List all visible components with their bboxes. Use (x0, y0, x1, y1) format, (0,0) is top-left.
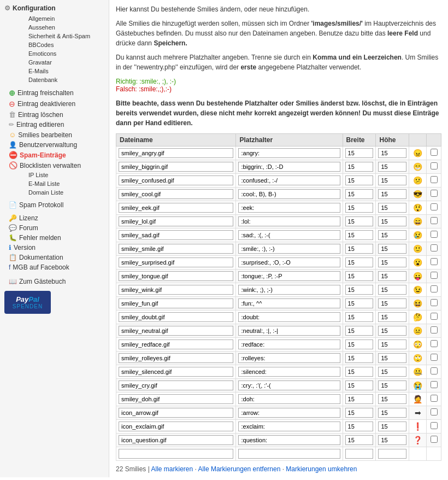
height-input-7[interactable] (378, 244, 406, 254)
sidebar-item-email-liste[interactable]: E-Mail Liste (20, 179, 104, 188)
markierungen-umkehren-link[interactable]: Markierungen umkehren (286, 465, 357, 473)
height-input-18[interactable] (378, 394, 406, 404)
width-input-16[interactable] (345, 367, 374, 377)
markierungen-entfernen-link[interactable]: Alle Markierungen entfernen (198, 465, 281, 473)
height-input-3[interactable] (378, 189, 406, 199)
width-input-6[interactable] (345, 230, 374, 240)
filename-input-7[interactable] (119, 244, 233, 254)
row-checkbox-0[interactable] (431, 149, 438, 156)
filename-input-6[interactable] (119, 230, 233, 240)
filename-input-19[interactable] (119, 408, 233, 418)
sidebar-item-ip-liste[interactable]: IP Liste (20, 171, 104, 179)
spam-eintraege-action[interactable]: ⛔ Spam-Einträge (4, 150, 104, 160)
filename-input-9[interactable] (119, 271, 233, 281)
height-input-20[interactable] (378, 422, 406, 431)
filename-input-2[interactable] (119, 175, 233, 185)
row-checkbox-15[interactable] (431, 354, 438, 361)
width-input-10[interactable] (345, 285, 374, 295)
height-input-6[interactable] (378, 230, 406, 240)
height-input-11[interactable] (378, 298, 406, 308)
blocklisten-verwalten-action[interactable]: 🚫 Blocklisten verwalten (4, 160, 104, 171)
filename-input-13[interactable] (119, 326, 233, 336)
row-checkbox-11[interactable] (431, 299, 438, 306)
new-width-input[interactable] (345, 449, 374, 459)
height-input-13[interactable] (378, 326, 406, 336)
row-checkbox-19[interactable] (431, 408, 438, 415)
version-action[interactable]: ℹ Version (4, 243, 104, 253)
width-input-1[interactable] (345, 162, 374, 172)
eintrag-deaktivieren-action[interactable]: ⊖ Eintrag deaktivieren (4, 98, 104, 109)
width-input-12[interactable] (345, 312, 374, 322)
height-input-17[interactable] (378, 381, 406, 390)
spam-protokoll-action[interactable]: 📄 Spam Protokoll (4, 200, 104, 210)
lizenz-action[interactable]: 🔑 Lizenz (4, 213, 104, 223)
filename-input-17[interactable] (119, 381, 233, 390)
sidebar-item-aussehen[interactable]: Aussehen (20, 23, 104, 32)
row-checkbox-18[interactable] (431, 395, 438, 402)
height-input-1[interactable] (378, 162, 406, 172)
width-input-2[interactable] (345, 175, 374, 185)
sidebar-item-gravatar[interactable]: Gravatar (20, 58, 104, 67)
dokumentation-action[interactable]: 📋 Dokumentation (4, 253, 104, 262)
height-input-9[interactable] (378, 271, 406, 281)
height-input-8[interactable] (378, 257, 406, 267)
new-height-input[interactable] (378, 449, 406, 459)
row-checkbox-16[interactable] (431, 367, 438, 374)
forum-action[interactable]: 💬 Forum (4, 223, 104, 233)
placeholder-input-14[interactable] (238, 339, 340, 349)
sidebar-item-domain-liste[interactable]: Domain Liste (20, 188, 104, 197)
row-checkbox-20[interactable] (431, 422, 438, 429)
width-input-5[interactable] (345, 216, 374, 226)
placeholder-input-21[interactable] (238, 435, 340, 445)
row-checkbox-21[interactable] (431, 436, 438, 443)
placeholder-input-3[interactable] (238, 189, 340, 199)
filename-input-15[interactable] (119, 353, 233, 363)
height-input-21[interactable] (378, 435, 406, 445)
height-input-12[interactable] (378, 312, 406, 322)
benutzerverwaltung-action[interactable]: 👤 Benutzerverwaltung (4, 140, 104, 150)
placeholder-input-7[interactable] (238, 244, 340, 254)
paypal-box[interactable]: PayPal SPENDEN (4, 291, 104, 314)
sidebar-item-emails[interactable]: E-Mails (20, 67, 104, 75)
row-checkbox-7[interactable] (431, 244, 438, 251)
placeholder-input-10[interactable] (238, 285, 340, 295)
placeholder-input-19[interactable] (238, 408, 340, 418)
new-filename-input[interactable] (119, 449, 233, 459)
width-input-11[interactable] (345, 298, 374, 308)
row-checkbox-5[interactable] (431, 217, 438, 224)
placeholder-input-0[interactable] (238, 148, 340, 158)
new-placeholder-input[interactable] (238, 449, 340, 459)
sidebar-item-datenbank[interactable]: Datenbank (20, 75, 104, 84)
filename-input-16[interactable] (119, 367, 233, 377)
height-input-14[interactable] (378, 339, 406, 349)
sidebar-item-sicherheit[interactable]: Sicherheit & Anti-Spam (20, 32, 104, 40)
placeholder-input-13[interactable] (238, 326, 340, 336)
sidebar-item-emoticons[interactable]: Emoticons (20, 49, 104, 58)
width-input-8[interactable] (345, 257, 374, 267)
placeholder-input-4[interactable] (238, 203, 340, 213)
row-checkbox-1[interactable] (431, 162, 438, 169)
placeholder-input-18[interactable] (238, 394, 340, 404)
placeholder-input-6[interactable] (238, 230, 340, 240)
width-input-14[interactable] (345, 339, 374, 349)
eintrag-freischalten-action[interactable]: ⊕ Eintrag freischalten (4, 87, 104, 98)
filename-input-21[interactable] (119, 435, 233, 445)
height-input-5[interactable] (378, 216, 406, 226)
placeholder-input-16[interactable] (238, 367, 340, 377)
width-input-13[interactable] (345, 326, 374, 336)
placeholder-input-9[interactable] (238, 271, 340, 281)
row-checkbox-13[interactable] (431, 326, 438, 333)
placeholder-input-20[interactable] (238, 422, 340, 431)
paypal-button[interactable]: PayPal SPENDEN (4, 291, 51, 314)
filename-input-4[interactable] (119, 203, 233, 213)
row-checkbox-12[interactable] (431, 313, 438, 320)
width-input-15[interactable] (345, 353, 374, 363)
height-input-4[interactable] (378, 203, 406, 213)
height-input-2[interactable] (378, 175, 406, 185)
placeholder-input-5[interactable] (238, 216, 340, 226)
placeholder-input-8[interactable] (238, 257, 340, 267)
height-input-10[interactable] (378, 285, 406, 295)
row-checkbox-9[interactable] (431, 272, 438, 279)
filename-input-5[interactable] (119, 216, 233, 226)
row-checkbox-14[interactable] (431, 340, 438, 347)
